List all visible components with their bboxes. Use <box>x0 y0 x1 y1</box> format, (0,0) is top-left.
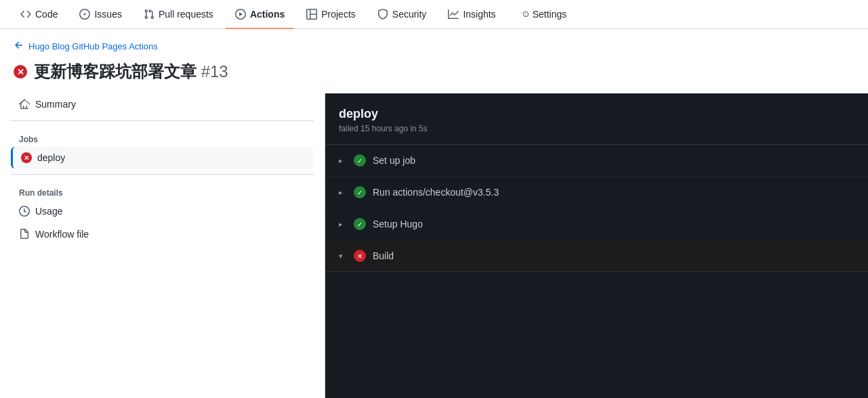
nav-code[interactable]: Code <box>11 1 67 29</box>
step-set-up-job[interactable]: ✓ Set up job <box>325 145 868 177</box>
breadcrumb: Hugo Blog GitHub Pages Actions <box>0 29 868 58</box>
nav-insights[interactable]: Insights <box>438 1 505 29</box>
jobs-section-label: Jobs <box>11 127 314 147</box>
page-title-area: ✕ 更新博客踩坑部署文章 #13 <box>0 58 868 93</box>
sidebar-job-deploy[interactable]: ✕ deploy <box>11 147 314 169</box>
step-check-set-up-job: ✓ <box>354 154 366 167</box>
code-icon <box>20 9 31 20</box>
house-icon <box>19 99 30 110</box>
run-details-label: Run details <box>11 180 314 200</box>
nav-actions-label: Actions <box>250 9 285 20</box>
nav-pull-requests[interactable]: Pull requests <box>134 1 223 29</box>
sidebar-summary[interactable]: Summary <box>11 93 314 115</box>
step-chevron-build <box>339 252 347 261</box>
page-title: 更新博客踩坑部署文章 #13 <box>34 61 228 83</box>
sidebar-job-deploy-label: deploy <box>37 152 65 163</box>
back-arrow-icon[interactable] <box>14 40 24 53</box>
nav-insights-label: Insights <box>463 9 495 20</box>
sidebar: Summary Jobs ✕ deploy Run details Usage … <box>0 93 325 398</box>
step-run-checkout[interactable]: ✓ Run actions/checkout@v3.5.3 <box>325 177 868 208</box>
step-build[interactable]: ✕ Build <box>325 240 868 272</box>
sidebar-usage[interactable]: Usage <box>11 200 314 222</box>
sidebar-usage-label: Usage <box>35 206 62 217</box>
main-layout: Summary Jobs ✕ deploy Run details Usage … <box>0 93 868 398</box>
nav-actions[interactable]: Actions <box>226 1 294 29</box>
nav-issues[interactable]: Issues <box>70 1 131 29</box>
breadcrumb-link[interactable]: Hugo Blog GitHub Pages Actions <box>28 41 158 51</box>
deploy-title: deploy <box>339 107 854 121</box>
actions-icon <box>235 9 246 20</box>
job-error-icon: ✕ <box>21 152 32 163</box>
security-icon <box>377 9 388 20</box>
step-label-run-checkout: Run actions/checkout@v3.5.3 <box>373 187 499 198</box>
nav-issues-label: Issues <box>94 9 121 20</box>
run-status-error-icon: ✕ <box>14 65 27 79</box>
nav-projects-label: Projects <box>321 9 356 20</box>
projects-icon <box>306 9 317 20</box>
issues-icon <box>79 9 90 20</box>
step-label-set-up-job: Set up job <box>373 155 415 166</box>
step-error-build: ✕ <box>354 250 366 262</box>
nav-settings-label: Settings <box>533 9 567 20</box>
clock-icon <box>19 206 30 217</box>
nav-security-label: Security <box>392 9 427 20</box>
file-icon <box>19 229 30 240</box>
deploy-header: deploy failed 15 hours ago in 5s <box>325 93 868 145</box>
deploy-subtitle: failed 15 hours ago in 5s <box>339 124 854 133</box>
insights-icon <box>448 9 459 20</box>
step-chevron-run-checkout <box>339 188 347 197</box>
nav-settings[interactable]: Settings <box>508 1 577 29</box>
step-check-setup-hugo: ✓ <box>354 218 366 230</box>
nav-security[interactable]: Security <box>368 1 436 29</box>
pull-request-icon <box>144 9 154 20</box>
nav-code-label: Code <box>35 9 58 20</box>
nav-pull-requests-label: Pull requests <box>159 9 213 20</box>
nav-projects[interactable]: Projects <box>297 1 365 29</box>
sidebar-workflow-file[interactable]: Workflow file <box>11 223 314 245</box>
step-label-build: Build <box>373 250 394 261</box>
sidebar-summary-label: Summary <box>35 99 76 110</box>
step-label-setup-hugo: Setup Hugo <box>373 219 423 229</box>
settings-icon <box>518 9 529 20</box>
top-nav: Code Issues Pull requests Actions Projec… <box>0 0 868 29</box>
sidebar-divider-1 <box>11 120 314 121</box>
step-setup-hugo[interactable]: ✓ Setup Hugo <box>325 208 868 240</box>
sidebar-workflow-label: Workflow file <box>35 229 89 240</box>
run-number: #13 <box>201 62 228 81</box>
step-chevron-setup-hugo <box>339 220 347 229</box>
step-check-run-checkout: ✓ <box>354 186 366 198</box>
sidebar-divider-2 <box>11 174 314 175</box>
deploy-panel: deploy failed 15 hours ago in 5s ✓ Set u… <box>325 93 868 398</box>
step-chevron-set-up-job <box>339 156 347 165</box>
